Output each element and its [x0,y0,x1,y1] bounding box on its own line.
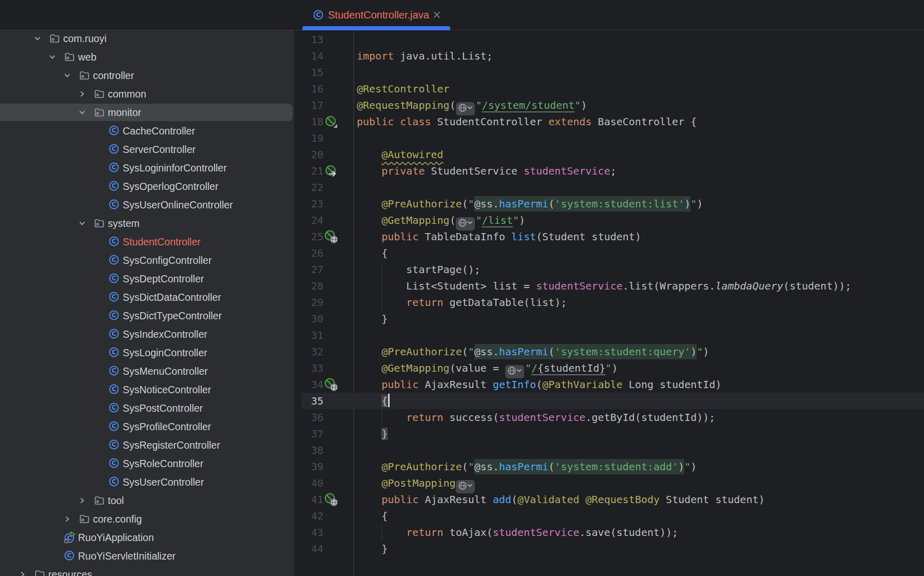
line-number[interactable]: 36 [301,409,323,426]
line-number[interactable]: 34 [301,376,323,393]
line-number[interactable]: 22 [301,179,323,196]
code-line-18[interactable]: public class StudentController extends B… [357,113,697,130]
tree-item-web[interactable]: web [0,48,294,66]
line-number[interactable]: 37 [301,426,323,442]
code-line-14[interactable]: import java.util.List; [357,48,493,64]
tree-item-ruoyiapplication[interactable]: CRuoYiApplication [0,529,294,546]
tree-item-ruoyiservletinitializer[interactable]: CRuoYiServletInitializer [0,547,294,565]
tree-item-sysuseronlinecontroller[interactable]: CSysUserOnlineController [0,196,294,214]
code-line-39[interactable]: @PreAuthorize("@ss.hasPermi('system:stud… [357,458,697,475]
tree-item-syspostcontroller[interactable]: CSysPostController [0,399,294,417]
code-editor[interactable]: 1314import java.util.List;1516@RestContr… [295,30,924,576]
code-line-41[interactable]: public AjaxResult add(@Validated @Reques… [357,491,765,508]
tree-item-syslogininforcontroller[interactable]: CSysLogininforController [0,159,294,177]
tree-item-sysdictdatacontroller[interactable]: CSysDictDataController [0,289,294,306]
line-number[interactable]: 16 [301,81,323,97]
code-line-25[interactable]: public TableDataInfo list(Student studen… [357,228,641,245]
code-line-40[interactable]: @PostMapping [357,475,476,493]
code-line-27[interactable]: startPage(); [357,261,480,278]
tree-item-sysprofilecontroller[interactable]: CSysProfileController [0,418,294,435]
line-number[interactable]: 30 [301,311,323,327]
tree-item-com-ruoyi[interactable]: com.ruoyi [0,30,294,47]
code-line-42[interactable]: { [357,508,388,524]
editor-tab-studentcontroller[interactable]: C StudentController.java [302,0,450,30]
tree-item-sysindexcontroller[interactable]: CSysIndexController [0,325,294,343]
chevron-right-icon[interactable] [18,570,27,576]
code-line-37[interactable]: } [357,426,388,442]
line-number[interactable]: 43 [301,524,323,541]
tree-item-resources[interactable]: resources [0,566,294,576]
line-number[interactable]: 19 [301,130,323,146]
line-number[interactable]: 35 [301,393,323,409]
tree-item-tool[interactable]: tool [0,492,294,509]
chevron-down-icon[interactable] [63,71,71,80]
project-tree-panel[interactable]: com.ruoyiwebcontrollercommonmonitorCCach… [0,30,294,576]
tree-item-sysnoticecontroller[interactable]: CSysNoticeController [0,381,294,398]
line-number[interactable]: 17 [301,97,323,113]
code-line-16[interactable]: @RestController [357,81,450,97]
tree-item-cachecontroller[interactable]: CCacheController [0,122,294,140]
code-line-21[interactable]: private StudentService studentService; [357,163,617,179]
chevron-right-icon[interactable] [78,496,86,505]
line-number[interactable]: 40 [301,475,323,491]
tree-item-sysmenucontroller[interactable]: CSysMenuController [0,362,294,380]
line-number[interactable]: 39 [301,458,323,475]
tree-item-sysrolecontroller[interactable]: CSysRoleController [0,455,294,472]
code-line-33[interactable]: @GetMapping(value = "/{studentId}") [357,360,618,378]
code-line-17[interactable]: @RequestMapping("/system/student") [357,97,587,116]
line-number[interactable]: 25 [301,228,323,245]
tree-item-core-config[interactable]: core.config [0,510,294,528]
tree-item-sysdeptcontroller[interactable]: CSysDeptController [0,270,294,287]
line-number[interactable]: 28 [301,278,323,294]
bean-globe-gutter-icon[interactable] [324,230,338,244]
tree-item-sysconfigcontroller[interactable]: CSysConfigController [0,252,294,269]
tree-item-sysdicttypecontroller[interactable]: CSysDictTypeController [0,307,294,324]
line-number[interactable]: 41 [301,491,323,508]
line-number[interactable]: 24 [301,212,323,228]
tree-item-studentcontroller[interactable]: CStudentController [0,233,294,251]
code-line-36[interactable]: return success(studentService.getById(st… [357,409,715,426]
code-line-34[interactable]: public AjaxResult getInfo(@PathVariable … [357,376,721,393]
line-number[interactable]: 23 [301,196,323,212]
tree-item-sysusercontroller[interactable]: CSysUserController [0,473,294,491]
code-line-43[interactable]: return toAjax(studentService.save(studen… [357,524,678,541]
bean-globe-gutter-icon[interactable] [324,493,338,507]
line-number[interactable]: 20 [301,146,323,163]
chevron-right-icon[interactable] [78,90,86,98]
chevron-right-icon[interactable] [63,515,71,523]
code-line-20[interactable]: @Autowired [357,146,444,163]
line-number[interactable]: 15 [301,64,323,81]
line-number[interactable]: 31 [301,327,323,343]
code-line-24[interactable]: @GetMapping("/list") [357,212,525,231]
line-number[interactable]: 32 [301,343,323,360]
tree-item-controller[interactable]: controller [0,67,294,84]
code-line-26[interactable]: { [357,245,388,261]
bean-arrow-gutter-icon[interactable] [324,164,338,178]
chevron-down-icon[interactable] [33,34,42,43]
bean-tri-gutter-icon[interactable] [324,115,338,129]
code-line-28[interactable]: List<Student> list = studentService.list… [357,278,851,294]
tree-item-common[interactable]: common [0,85,294,103]
code-line-32[interactable]: @PreAuthorize("@ss.hasPermi('system:stud… [357,343,709,360]
line-number[interactable]: 44 [301,541,323,557]
line-number[interactable]: 14 [301,48,323,64]
line-number[interactable]: 29 [301,294,323,311]
code-line-23[interactable]: @PreAuthorize("@ss.hasPermi('system:stud… [357,196,703,212]
line-number[interactable]: 27 [301,261,323,278]
chevron-down-icon[interactable] [78,219,86,227]
chevron-down-icon[interactable] [78,108,86,117]
line-number[interactable]: 26 [301,245,323,261]
tree-item-syslogincontroller[interactable]: CSysLoginController [0,344,294,361]
line-number[interactable]: 13 [301,31,323,48]
code-line-30[interactable]: } [357,311,388,327]
tree-item-sysregistercontroller[interactable]: CSysRegisterController [0,436,294,454]
line-number[interactable]: 21 [301,163,323,179]
tree-item-servercontroller[interactable]: CServerController [0,141,294,158]
tree-item-sysoperlogcontroller[interactable]: CSysOperlogController [0,178,294,195]
tree-item-system[interactable]: system [0,215,294,232]
close-icon[interactable] [433,11,441,19]
code-line-35[interactable]: { [357,393,390,409]
line-number[interactable]: 38 [301,442,323,458]
line-number[interactable]: 42 [301,508,323,524]
tree-item-monitor[interactable]: monitor [0,104,294,121]
